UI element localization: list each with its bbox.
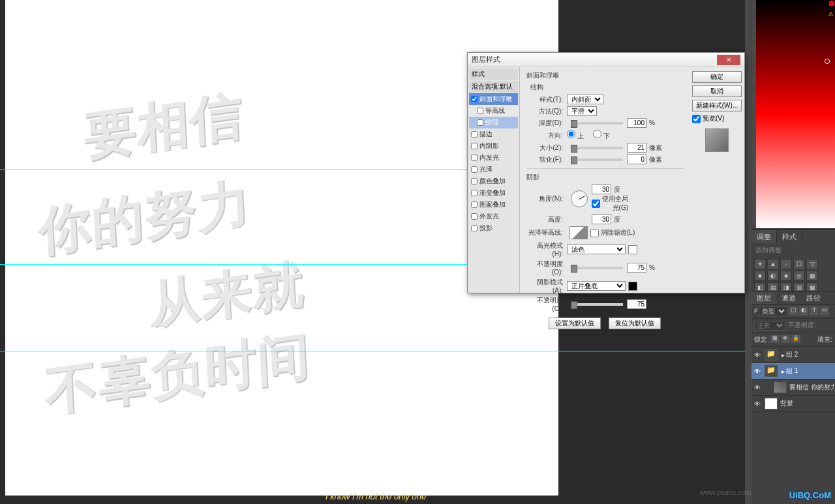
visibility-toggle[interactable]: 👁 [753, 368, 762, 375]
style-checkbox[interactable] [471, 225, 478, 231]
style-checkbox[interactable] [471, 201, 478, 208]
style-checkbox[interactable] [471, 131, 478, 138]
adj-bw-icon[interactable]: ■ [780, 271, 792, 281]
depth-input[interactable] [627, 118, 646, 128]
gloss-contour[interactable] [569, 226, 588, 239]
adj-brightness-icon[interactable]: ☀ [754, 259, 766, 269]
layer-thumbnail[interactable] [765, 398, 778, 409]
cancel-button[interactable]: 取消 [692, 85, 742, 97]
lock-pixels-icon[interactable]: ▦ [770, 335, 780, 343]
hl-opacity-slider[interactable] [571, 267, 623, 269]
style-checkbox[interactable] [471, 96, 478, 102]
guide-horizontal[interactable] [0, 351, 752, 351]
new-style-button[interactable]: 新建样式(W)... [692, 100, 742, 111]
tab-layers[interactable]: 图层 [752, 291, 776, 304]
layer-name[interactable]: 要相信 你的努力 从未 [789, 383, 834, 392]
layer-filter-select[interactable]: 类型 [759, 306, 787, 316]
style-item-inner_shadow[interactable]: 内阴影 [469, 140, 518, 152]
soften-slider[interactable] [571, 158, 623, 161]
layer-thumbnail[interactable] [774, 381, 787, 393]
styles-header[interactable]: 样式 [469, 68, 518, 80]
style-checkbox[interactable] [471, 178, 478, 185]
shadow-color-swatch[interactable] [628, 282, 637, 291]
dir-down-radio[interactable]: 下 [593, 130, 610, 141]
visibility-toggle[interactable]: 👁 [753, 351, 762, 359]
altitude-input[interactable] [592, 215, 611, 224]
method-select[interactable]: 平滑 [567, 106, 597, 116]
adj-hue-icon[interactable]: ■ [754, 271, 766, 281]
layer-thumbnail[interactable] [765, 365, 778, 377]
style-item-inner_glow[interactable]: 内发光 [469, 152, 518, 164]
style-item-drop_shadow[interactable]: 投影 [469, 222, 518, 234]
filter-adjust-icon[interactable]: ◐ [799, 306, 808, 316]
size-input[interactable] [627, 143, 646, 153]
angle-input[interactable] [592, 185, 611, 194]
tab-paths[interactable]: 路径 [801, 291, 826, 304]
highlight-mode-select[interactable]: 滤色 [567, 245, 626, 254]
style-checkbox[interactable] [471, 155, 478, 161]
global-light-checkbox[interactable]: 使用全局光(G) [592, 194, 628, 213]
sh-opacity-slider[interactable] [571, 303, 623, 306]
filter-text-icon[interactable]: T [810, 306, 819, 316]
style-item-bevel[interactable]: 斜面和浮雕 [469, 93, 518, 105]
tab-adjustments[interactable]: 调整 [752, 230, 777, 243]
style-checkbox[interactable] [477, 119, 483, 126]
layer-row[interactable]: 👁要相信 你的努力 从未 [752, 379, 835, 396]
adj-vibrance-icon[interactable]: ▽ [806, 259, 818, 269]
style-item-grad_overlay[interactable]: 渐变叠加 [469, 187, 518, 199]
set-default-button[interactable]: 设置为默认值 [549, 318, 601, 329]
style-item-satin[interactable]: 光泽 [469, 164, 518, 175]
adj-balance-icon[interactable]: ◐ [767, 271, 779, 281]
layer-row[interactable]: 👁▸组 2 [752, 347, 835, 363]
style-checkbox[interactable] [471, 143, 478, 149]
hl-opacity-input[interactable] [627, 263, 646, 273]
reset-default-button[interactable]: 复位为默认值 [609, 318, 661, 329]
style-select[interactable]: 内斜面 [567, 95, 603, 104]
blend-options-header[interactable]: 混合选项:默认 [469, 81, 518, 93]
style-checkbox[interactable] [471, 213, 478, 220]
highlight-color-swatch[interactable] [628, 245, 637, 254]
foreground-swatch[interactable] [828, 0, 835, 7]
ok-button[interactable]: 确定 [692, 71, 742, 83]
shadow-mode-select[interactable]: 正片叠底 [567, 281, 626, 291]
adj-mixer-icon[interactable]: ▦ [806, 271, 818, 281]
angle-dial[interactable] [571, 190, 588, 207]
depth-slider[interactable] [571, 122, 623, 125]
folder-arrow-icon[interactable]: ▸ [782, 368, 785, 375]
filter-pixel-icon[interactable]: ▢ [789, 306, 798, 316]
adj-photo-icon[interactable]: ◎ [793, 271, 805, 281]
visibility-toggle[interactable]: 👁 [753, 384, 762, 391]
soften-input[interactable] [627, 155, 646, 164]
dialog-titlebar[interactable]: 图层样式 ✕ [468, 53, 744, 67]
adj-curves-icon[interactable]: ⟋ [780, 259, 792, 269]
layer-row[interactable]: 👁▸组 1 [752, 363, 835, 379]
blend-mode-select[interactable]: 正常 [754, 321, 785, 331]
style-item-color_overlay[interactable]: 颜色叠加 [469, 175, 518, 187]
tab-channels[interactable]: 通道 [776, 291, 801, 304]
visibility-toggle[interactable]: 👁 [753, 400, 762, 408]
close-button[interactable]: ✕ [717, 55, 740, 65]
layer-thumbnail[interactable] [765, 349, 778, 361]
layer-name[interactable]: 组 2 [786, 350, 834, 359]
style-checkbox[interactable] [471, 190, 478, 196]
dir-up-radio[interactable]: 上 [567, 130, 584, 141]
size-slider[interactable] [571, 147, 623, 149]
preview-checkbox[interactable]: 预览(V) [692, 114, 742, 123]
color-picker-panel[interactable] [755, 0, 835, 228]
antialias-checkbox[interactable]: 消除锯齿(L) [590, 228, 635, 237]
tab-styles[interactable]: 样式 [777, 230, 802, 243]
style-item-contour_sub[interactable]: 等高线 [469, 105, 518, 117]
style-checkbox[interactable] [471, 166, 478, 173]
adj-levels-icon[interactable]: ▲ [767, 259, 779, 269]
layer-row[interactable]: 👁背景 [752, 396, 835, 412]
folder-arrow-icon[interactable]: ▸ [782, 351, 785, 359]
lock-position-icon[interactable]: ✥ [781, 335, 790, 343]
lock-all-icon[interactable]: 🔒 [791, 335, 800, 343]
adj-exposure-icon[interactable]: ☐ [793, 259, 805, 269]
sh-opacity-input[interactable] [627, 299, 646, 309]
panel-dock-strip[interactable] [745, 0, 752, 504]
style-item-stroke[interactable]: 描边 [469, 128, 518, 140]
style-item-pattern_overlay[interactable]: 图案叠加 [469, 199, 518, 211]
style-item-texture_sub[interactable]: 纹理 [469, 117, 518, 128]
filter-shape-icon[interactable]: ▭ [820, 306, 829, 316]
